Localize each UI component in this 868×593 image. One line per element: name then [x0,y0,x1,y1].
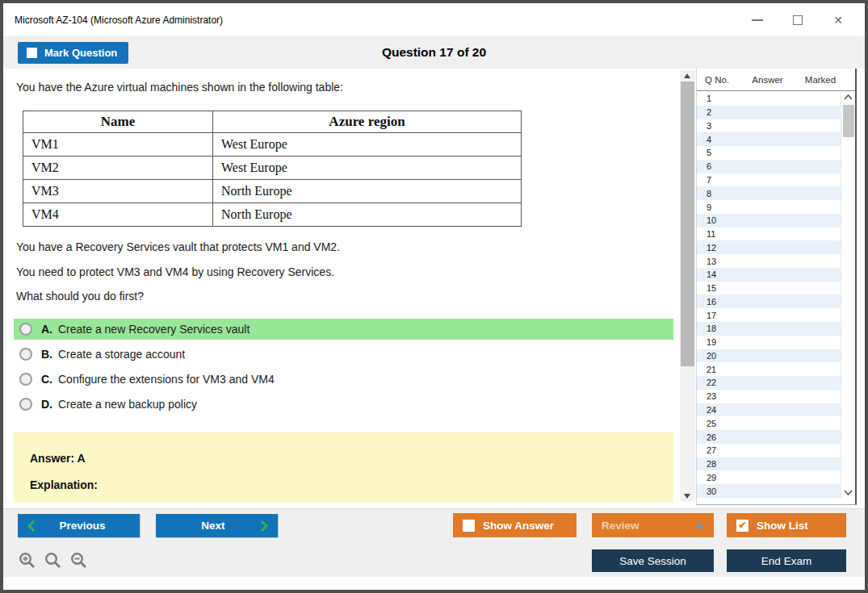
answer-text: Answer: A [30,452,673,465]
question-list-scrollbar[interactable] [841,92,855,498]
question-list-row[interactable]: 25 [697,416,841,430]
question-list-row[interactable]: 2 [697,106,841,119]
question-list-row[interactable]: 5 [697,146,841,160]
list-scrollbar-thumb[interactable] [843,105,854,137]
question-list-row[interactable]: 12 [697,240,841,254]
table-row: VM3North Europe [23,180,522,203]
minimize-button[interactable] [737,10,778,30]
mark-question-checkbox-icon [27,48,37,58]
question-list-row[interactable]: 26 [697,430,841,444]
next-label: Next [166,520,261,532]
maximize-button[interactable] [778,10,818,30]
question-list-panel: Q No. Answer Marked 12345678910111213141… [696,69,857,505]
maximize-icon [793,15,803,25]
answer-option-d[interactable]: D.Create a new backup policy [14,394,673,415]
question-list-row[interactable]: 17 [697,308,841,322]
question-list-row[interactable]: 16 [697,294,841,308]
answer-option-a[interactable]: A.Create a new Recovery Services vault [14,319,673,340]
question-list-row[interactable]: 22 [697,376,841,390]
table-cell: North Europe [213,203,522,227]
zoom-out-button[interactable] [69,551,88,570]
q-number: 4 [697,135,711,144]
table-cell: VM2 [23,157,213,180]
radio-icon[interactable] [19,373,32,386]
q-number: 12 [697,243,716,253]
question-list-row[interactable]: 11 [697,228,841,241]
review-button[interactable]: Review [592,513,714,537]
q-number: 11 [697,229,715,239]
question-list-row[interactable]: 13 [697,254,841,268]
question-list-row[interactable]: 30 [697,484,841,498]
question-list-row[interactable]: 9 [697,200,841,214]
magnifier-icon [44,551,62,570]
q-number: 13 [697,257,716,266]
option-text: Create a new Recovery Services vault [58,323,249,336]
next-button[interactable]: Next [156,514,278,537]
question-list-row[interactable]: 27 [697,444,841,457]
q-number: 15 [697,283,716,293]
mark-question-button[interactable]: Mark Question [18,42,128,64]
question-list-row[interactable]: 18 [697,322,841,336]
table-cell: North Europe [213,180,522,203]
chevron-down-icon[interactable] [844,490,853,495]
previous-button[interactable]: Previous [18,514,140,537]
q-number: 23 [697,391,716,401]
question-list-row[interactable]: 1 [697,92,841,106]
scroll-down-icon[interactable] [684,494,690,499]
close-button[interactable]: ✕ [818,10,858,30]
mark-question-label: Mark Question [44,47,117,59]
table-row: VM1West Europe [23,133,522,157]
question-list-row[interactable]: 20 [697,349,841,363]
zoom-reset-button[interactable] [44,551,62,570]
chevron-up-icon[interactable] [844,94,853,100]
minimize-icon [752,19,763,21]
question-list-row[interactable]: 23 [697,390,841,403]
review-label: Review [602,520,639,532]
answer-panel: Answer: A Explanation: [14,432,673,503]
main-scrollbar[interactable] [680,70,695,502]
q-number: 26 [697,432,716,442]
scroll-up-icon[interactable] [684,73,690,78]
show-answer-button[interactable]: Show Answer [453,513,577,537]
question-list-row[interactable]: 28 [697,457,841,471]
q-number: 6 [697,161,711,171]
question-list-row[interactable]: 14 [697,268,841,282]
zoom-controls [18,551,88,570]
zoom-in-icon [18,551,36,570]
question-list: 1234567891011121314151617181920212223242… [697,92,841,498]
explanation-label: Explanation: [30,478,673,491]
question-list-row[interactable]: 3 [697,119,841,133]
q-number: 16 [697,297,716,307]
answer-option-b[interactable]: B.Create a storage account [14,344,673,365]
column-marked: Marked [794,75,847,85]
save-session-button[interactable]: Save Session [592,549,714,572]
question-list-row[interactable]: 15 [697,282,841,295]
answer-option-c[interactable]: C.Configure the extensions for VM3 and V… [14,369,673,390]
save-session-label: Save Session [619,555,686,567]
q-number: 7 [697,175,711,185]
question-list-row[interactable]: 29 [697,470,841,484]
question-counter: Question 17 of 20 [3,45,865,60]
show-list-button[interactable]: ✔ Show List [727,513,846,537]
exam-header: Mark Question Question 17 of 20 [3,36,865,69]
option-text: Configure the extensions for VM3 and VM4 [58,373,275,386]
question-list-row[interactable]: 10 [697,214,841,228]
radio-icon[interactable] [19,323,32,336]
question-list-row[interactable]: 4 [697,132,841,146]
question-list-row[interactable]: 7 [697,173,841,187]
radio-icon[interactable] [19,398,32,411]
table-header-region: Azure region [213,111,522,133]
question-list-row[interactable]: 8 [697,186,841,200]
question-list-row[interactable]: 19 [697,336,841,349]
previous-label: Previous [35,520,130,532]
end-exam-button[interactable]: End Exam [727,549,846,572]
question-list-row[interactable]: 21 [697,362,841,376]
question-list-row[interactable]: 6 [697,160,841,173]
question-list-row[interactable]: 24 [697,403,841,417]
q-number: 20 [697,351,716,361]
radio-icon[interactable] [19,348,32,361]
zoom-in-button[interactable] [18,551,36,570]
q-number: 19 [697,337,716,347]
main-scrollbar-thumb[interactable] [681,81,694,366]
table-cell: West Europe [213,157,522,180]
